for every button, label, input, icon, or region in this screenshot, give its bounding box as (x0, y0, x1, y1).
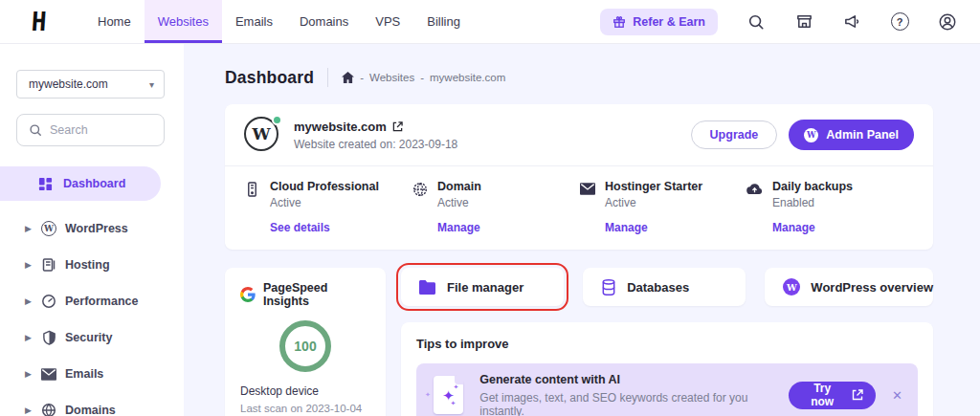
wordpress-icon: W (804, 128, 818, 142)
ai-document-icon: ✦ ✦ ✦ ✦ (434, 376, 463, 414)
sidebar-item-wordpress[interactable]: ▶ W WordPress (0, 210, 184, 247)
close-icon[interactable]: ✕ (892, 388, 902, 403)
breadcrumb-separator: - (360, 72, 364, 83)
chevron-right-icon: ▶ (25, 260, 40, 270)
main-nav: Home Websites Emails Domains VPS Billing (84, 0, 474, 43)
hpanel-app: H Home Websites Emails Domains VPS Billi… (0, 0, 980, 416)
site-selector-dropdown[interactable]: mywebsite.com ▾ (16, 70, 165, 99)
breadcrumb-site[interactable]: mywebsite.com (430, 72, 505, 83)
database-icon (601, 279, 616, 296)
databases-card[interactable]: Databases (583, 268, 746, 306)
chevron-down-icon: ▾ (149, 79, 154, 90)
try-now-button[interactable]: Try now (789, 382, 876, 409)
pagespeed-score: 100 (294, 339, 316, 354)
sidebar-menu: ▶ W WordPress ▶ Hosting ▶ (0, 210, 184, 416)
search-input[interactable] (50, 123, 152, 137)
hostinger-logo-icon[interactable]: H (24, 8, 53, 36)
chevron-right-icon: ▶ (25, 296, 40, 306)
service-title: Cloud Professional (270, 180, 379, 193)
google-icon (240, 287, 256, 302)
header-actions: Refer & Earn ? (600, 0, 957, 43)
logo-glyph: H (31, 7, 46, 37)
see-details-link[interactable]: See details (270, 221, 379, 234)
breadcrumb: Dashboard - Websites - mywebsite.com (225, 65, 980, 90)
nav-tab-domains[interactable]: Domains (286, 0, 362, 43)
announcements-icon[interactable] (842, 12, 861, 32)
external-link-icon (852, 389, 863, 401)
pagespeed-device: Desktop device (240, 384, 370, 398)
service-status: Active (605, 196, 702, 209)
marketplace-icon[interactable] (794, 12, 813, 32)
top-navbar: H Home Websites Emails Domains VPS Billi… (0, 0, 980, 44)
account-icon[interactable] (938, 12, 957, 32)
service-title: Hostinger Starter (605, 180, 702, 193)
nav-tab-billing[interactable]: Billing (413, 0, 474, 43)
cloud-backup-icon (746, 181, 763, 197)
website-domain: mywebsite.com (294, 120, 387, 134)
website-card: W mywebsite.com Website create (225, 104, 933, 250)
help-glyph: ? (891, 12, 909, 31)
ai-banner-title: Generate content with AI (479, 373, 789, 386)
help-icon[interactable]: ? (890, 12, 909, 32)
sidebar-item-emails[interactable]: ▶ Emails (0, 356, 184, 392)
sidebar-item-label: Dashboard (63, 177, 125, 190)
home-icon[interactable] (342, 72, 354, 83)
site-selector-value: mywebsite.com (29, 77, 108, 91)
admin-panel-button[interactable]: W Admin Panel (789, 120, 914, 150)
divider (327, 68, 328, 87)
tips-title: Tips to improve (416, 337, 918, 351)
server-icon (40, 256, 57, 274)
sidebar-item-dashboard[interactable]: Dashboard (0, 166, 161, 201)
website-avatar: W (244, 117, 280, 153)
status-online-dot (272, 115, 282, 125)
sidebar-item-domains[interactable]: ▶ Domains (0, 392, 184, 416)
service-status: Enabled (772, 196, 853, 209)
gauge-icon (40, 293, 57, 310)
globe-icon (412, 181, 428, 197)
shield-icon (40, 329, 57, 346)
search-icon[interactable] (746, 12, 766, 32)
page-title: Dashboard (225, 68, 314, 88)
sidebar: mywebsite.com ▾ Dashboard (0, 44, 184, 416)
nav-tab-vps[interactable]: VPS (362, 0, 413, 43)
service-title: Domain (437, 180, 481, 193)
wordpress-overview-card[interactable]: W WordPress overview (765, 268, 933, 306)
nav-tab-websites[interactable]: Websites (145, 0, 222, 43)
ai-banner: ✦ ✦ ✦ ✦ Generate content with AI Get ima… (416, 363, 918, 416)
manage-email-link[interactable]: Manage (605, 221, 702, 234)
service-hosting-plan: Cloud Professional Active See details (244, 180, 412, 234)
service-backups: Daily backups Enabled Manage (746, 180, 914, 234)
search-icon (29, 123, 42, 137)
chevron-right-icon: ▶ (25, 224, 40, 233)
chevron-right-icon: ▶ (25, 405, 40, 415)
external-link-icon[interactable] (392, 121, 403, 132)
dashboard-grid-icon (38, 177, 53, 191)
chevron-right-icon: ▶ (25, 333, 40, 342)
envelope-icon (579, 181, 595, 197)
wordpress-icon: W (40, 220, 57, 237)
breadcrumb-separator: - (420, 72, 424, 83)
tips-card: Tips to improve ✦ ✦ ✦ ✦ Generate content… (401, 322, 933, 416)
upgrade-button[interactable]: Upgrade (691, 120, 778, 149)
service-title: Daily backups (772, 180, 853, 193)
sidebar-item-performance[interactable]: ▶ Performance (0, 283, 184, 319)
sidebar-item-hosting[interactable]: ▶ Hosting (0, 247, 184, 283)
chevron-right-icon: ▶ (25, 369, 40, 379)
sidebar-search[interactable] (16, 114, 165, 146)
manage-backups-link[interactable]: Manage (772, 221, 853, 234)
sidebar-item-security[interactable]: ▶ Security (0, 319, 184, 356)
service-status: Active (270, 196, 379, 209)
refer-and-earn-button[interactable]: Refer & Earn (600, 9, 718, 35)
pagespeed-title: PageSpeed Insights (263, 281, 370, 308)
wordpress-icon: W (783, 278, 800, 296)
pagespeed-card: PageSpeed Insights 100 Desktop device La… (225, 268, 386, 416)
file-manager-card[interactable]: File manager (401, 268, 564, 306)
server-tower-icon (244, 181, 260, 197)
breadcrumb-websites[interactable]: Websites (369, 72, 414, 83)
manage-domain-link[interactable]: Manage (437, 221, 481, 234)
nav-tab-home[interactable]: Home (84, 0, 145, 43)
main-content: Dashboard - Websites - mywebsite.com W (184, 44, 980, 416)
nav-tab-emails[interactable]: Emails (222, 0, 286, 43)
website-created-date: Website created on: 2023-09-18 (294, 138, 457, 151)
refer-label: Refer & Earn (633, 15, 705, 29)
